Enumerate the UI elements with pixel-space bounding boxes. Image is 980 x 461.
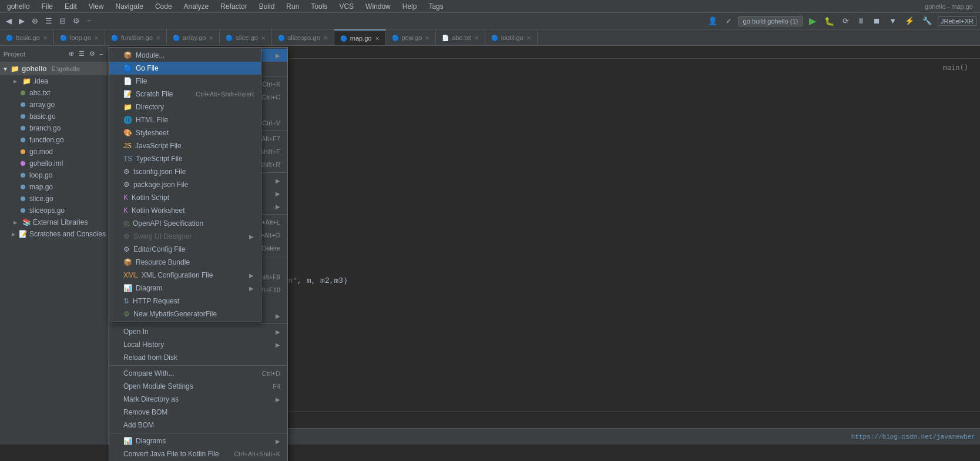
- ctx-label-local-history: Local History: [123, 340, 164, 349]
- submenu-item-editorconfig[interactable]: ⚙ EditorConfig File: [109, 243, 261, 256]
- submenu-label-swing: Swing UI Designer: [133, 232, 192, 240]
- submenu-label-tsconfig: tsconfig.json File: [133, 168, 186, 176]
- ctx-shortcut-compare: Ctrl+D: [250, 370, 280, 377]
- ctx-arrow-local-history: ▶: [276, 342, 280, 348]
- submenu-shortcut-scratch: Ctrl+Alt+Shift+Insert: [184, 91, 254, 98]
- ctx-arrow-analyze: ▶: [276, 178, 280, 184]
- submenu-label-ts: TypeScript File: [136, 155, 182, 163]
- ctx-label-compare: Compare With...: [123, 369, 174, 378]
- ctx-arrow-more-run: ▶: [276, 313, 280, 319]
- ctx-item-compare[interactable]: Compare With... Ctrl+D: [109, 367, 287, 380]
- ctx-label-convert-java: Convert Java File to Kotlin File: [123, 450, 219, 458]
- ctx-label-reload: Reload from Disk: [123, 353, 177, 362]
- submenu-label-xml: XML Configuration File: [142, 271, 213, 279]
- submenu-item-stylesheet[interactable]: 🎨 Stylesheet: [109, 126, 261, 139]
- submenu-item-diagram[interactable]: 📊 Diagram ▶: [109, 282, 261, 295]
- submenu-item-resource-bundle[interactable]: 📦 Resource Bundle: [109, 256, 261, 269]
- submenu-label-mybatis: New MybatisGeneratorFile: [133, 310, 217, 318]
- ctx-label-open-in: Open In: [123, 328, 149, 336]
- ctx-sep-7: [109, 365, 287, 366]
- ctx-label-remove-bom: Remove BOM: [123, 408, 167, 416]
- submenu-icon-directory: 📁: [123, 103, 132, 111]
- submenu-item-kotlin-worksheet[interactable]: K Kotlin Worksheet: [109, 204, 261, 217]
- submenu-icon-xml: XML: [123, 271, 138, 279]
- overlay[interactable]: New ▶ Add Framework Support... ✂ Cut Ctr…: [0, 0, 980, 461]
- ctx-item-diagrams[interactable]: 📊 Diagrams ▶: [109, 435, 287, 447]
- submenu-icon-module: 📦: [123, 51, 132, 59]
- submenu-label-kotlin-worksheet: Kotlin Worksheet: [132, 206, 185, 215]
- ctx-item-remove-bom[interactable]: Remove BOM: [109, 406, 287, 419]
- submenu-label-directory: Directory: [136, 103, 164, 111]
- submenu-icon-kotlin-script: K: [123, 193, 128, 202]
- submenu-item-scratch-file[interactable]: 📝 Scratch File Ctrl+Alt+Shift+Insert: [109, 88, 261, 101]
- ctx-label-add-bom: Add BOM: [123, 421, 154, 429]
- submenu-icon-tsconfig: ⚙: [123, 168, 130, 176]
- ctx-icon-diagrams: 📊: [123, 437, 132, 445]
- ctx-item-mark-directory[interactable]: Mark Directory as ▶: [109, 393, 287, 406]
- submenu-label-file: File: [136, 77, 147, 85]
- submenu-item-ts[interactable]: TS TypeScript File: [109, 152, 261, 165]
- submenu-icon-kotlin-worksheet: K: [123, 206, 128, 215]
- submenu-item-tsconfig[interactable]: ⚙ tsconfig.json File: [109, 165, 261, 178]
- submenu-item-mybatis[interactable]: ⚙ New MybatisGeneratorFile: [109, 308, 261, 320]
- submenu-item-js[interactable]: JS JavaScript File: [109, 139, 261, 152]
- submenu-icon-mybatis: ⚙: [123, 310, 130, 318]
- submenu-item-http-request[interactable]: ⇅ HTTP Request: [109, 295, 261, 308]
- submenu-label-editorconfig: EditorConfig File: [133, 245, 186, 253]
- submenu-arrow-swing: ▶: [249, 233, 254, 240]
- submenu-item-file[interactable]: 📄 File: [109, 75, 261, 88]
- ctx-sep-6: [109, 323, 287, 324]
- ctx-label-diagrams: Diagrams: [136, 437, 166, 445]
- ctx-item-convert-java[interactable]: Convert Java File to Kotlin File Ctrl+Al…: [109, 447, 287, 460]
- submenu-item-directory[interactable]: 📁 Directory: [109, 101, 261, 113]
- submenu-icon-scratch: 📝: [123, 90, 132, 98]
- submenu-icon-http: ⇅: [123, 297, 129, 305]
- submenu-item-package-json[interactable]: ⚙ package.json File: [109, 178, 261, 191]
- ctx-shortcut-module-settings: F4: [261, 383, 280, 390]
- submenu-item-openapi[interactable]: ◎ OpenAPI Specification: [109, 217, 261, 230]
- submenu-arrow-xml: ▶: [249, 272, 254, 279]
- submenu-icon-js: JS: [123, 142, 132, 150]
- submenu-label-js: JavaScript File: [135, 142, 182, 150]
- submenu-icon-css: 🎨: [123, 129, 132, 137]
- ctx-label-mark-directory: Mark Directory as: [123, 395, 179, 403]
- submenu-icon-openapi: ◎: [123, 219, 129, 228]
- ctx-item-add-bom[interactable]: Add BOM: [109, 419, 287, 432]
- submenu-label-resource: Resource Bundle: [136, 258, 190, 266]
- ctx-arrow-new: ▶: [276, 52, 280, 59]
- submenu-item-xml-config[interactable]: XML XML Configuration File ▶: [109, 269, 261, 282]
- submenu-label-kotlin-script: Kotlin Script: [132, 193, 169, 202]
- submenu-label-module: Module...: [136, 51, 165, 59]
- submenu-arrow-diagram: ▶: [249, 285, 254, 292]
- submenu-label-scratch: Scratch File: [136, 90, 173, 98]
- submenu-label-openapi: OpenAPI Specification: [133, 219, 203, 228]
- submenu-label-package-json: package.json File: [133, 181, 188, 189]
- submenu-icon-resource: 📦: [123, 258, 132, 266]
- submenu-icon-html: 🌐: [123, 116, 132, 124]
- submenu-label-go-file: Go File: [136, 64, 159, 72]
- submenu-item-swing-ui: ⚙ Swing UI Designer ▶: [109, 230, 261, 243]
- submenu-icon-go-file: 🔵: [123, 64, 132, 72]
- submenu-item-module[interactable]: 📦 Module...: [109, 49, 261, 62]
- submenu-item-go-file[interactable]: 🔵 Go File: [109, 62, 261, 75]
- submenu-icon-editorconfig: ⚙: [123, 245, 130, 253]
- submenu-icon-package-json: ⚙: [123, 181, 130, 189]
- ctx-item-reload[interactable]: Reload from Disk: [109, 351, 287, 364]
- ctx-shortcut-convert-java: Ctrl+Alt+Shift+K: [222, 450, 280, 457]
- submenu-new[interactable]: 📦 Module... 🔵 Go File 📄 File 📝 Scratch F…: [109, 47, 261, 322]
- ctx-arrow-open-in: ▶: [276, 329, 280, 335]
- submenu-item-html[interactable]: 🌐 HTML File: [109, 113, 261, 126]
- submenu-label-diagram: Diagram: [136, 284, 162, 292]
- submenu-icon-ts: TS: [123, 155, 132, 163]
- ctx-arrow-diagrams: ▶: [276, 438, 280, 445]
- submenu-label-http: HTTP Request: [133, 297, 179, 305]
- submenu-item-kotlin-script[interactable]: K Kotlin Script: [109, 191, 261, 204]
- ctx-item-local-history[interactable]: Local History ▶: [109, 338, 287, 351]
- submenu-icon-file: 📄: [123, 77, 132, 85]
- ctx-arrow-favorites: ▶: [276, 203, 280, 210]
- ctx-item-module-settings[interactable]: Open Module Settings F4: [109, 380, 287, 393]
- ctx-item-open-in[interactable]: Open In ▶: [109, 325, 287, 338]
- ctx-arrow-refactor: ▶: [276, 191, 280, 197]
- submenu-label-stylesheet: Stylesheet: [136, 129, 169, 137]
- ctx-sep-8: [109, 433, 287, 433]
